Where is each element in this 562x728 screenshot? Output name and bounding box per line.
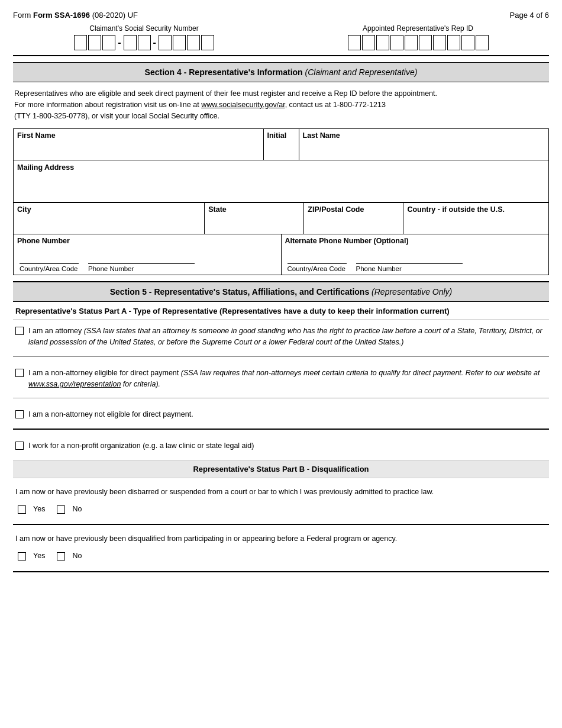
info-text-1: Representatives who are eligible and see… bbox=[14, 89, 437, 98]
ssn-boxes: - - bbox=[74, 35, 214, 50]
city-cell: City bbox=[14, 203, 205, 234]
ssn-group: Claimant's Social Security Number - - bbox=[13, 24, 275, 50]
ssn-box-4[interactable] bbox=[124, 35, 137, 50]
name-row: First Name Initial Last Name bbox=[13, 128, 549, 160]
city-row: City State ZIP/Postal Code Country - if … bbox=[13, 202, 549, 234]
country-cell: Country - if outside the U.S. bbox=[403, 203, 548, 234]
phone-number-line[interactable] bbox=[88, 253, 195, 264]
non-attorney-no-direct-checkbox[interactable] bbox=[15, 410, 24, 418]
repid-box-7[interactable] bbox=[433, 35, 446, 50]
phone-country-area: Country/Area Code bbox=[20, 253, 79, 272]
non-attorney-direct-main: I am a non-attorney eligible for direct … bbox=[28, 369, 181, 377]
non-attorney-direct-checkbox[interactable] bbox=[15, 369, 24, 377]
phone-right: Alternate Phone Number (Optional) Countr… bbox=[282, 234, 549, 275]
attorney-checkbox[interactable] bbox=[15, 327, 24, 335]
first-name-cell: First Name bbox=[14, 129, 264, 160]
non-attorney-direct-text: I am a non-attorney eligible for direct … bbox=[28, 368, 547, 390]
disqualified-yes-no: Yes No bbox=[15, 548, 547, 568]
initial-cell: Initial bbox=[264, 129, 299, 160]
ssn-box-2[interactable] bbox=[88, 35, 101, 50]
city-label: City bbox=[17, 205, 201, 214]
non-profit-checkbox[interactable] bbox=[15, 442, 24, 450]
disqualified-yes-checkbox[interactable] bbox=[18, 552, 26, 561]
country-label: Country - if outside the U.S. bbox=[407, 205, 545, 214]
mailing-address-label: Mailing Address bbox=[14, 160, 548, 174]
repid-box-3[interactable] bbox=[376, 35, 389, 50]
repid-box-8[interactable] bbox=[447, 35, 460, 50]
ssn-box-7[interactable] bbox=[173, 35, 186, 50]
repid-boxes bbox=[348, 35, 489, 50]
disbar-section: I am now or have previously been disbarr… bbox=[13, 483, 549, 526]
last-name-cell: Last Name bbox=[299, 129, 549, 160]
repid-box-2[interactable] bbox=[362, 35, 375, 50]
disqualified-no-checkbox[interactable] bbox=[57, 552, 65, 561]
alt-phone-number-label: Phone Number bbox=[356, 265, 402, 272]
ssn-dash-1: - bbox=[117, 37, 122, 48]
form-id: Form SSA-1696 bbox=[33, 11, 90, 20]
ssn-box-9[interactable] bbox=[201, 35, 214, 50]
alt-phone-label: Alternate Phone Number (Optional) bbox=[285, 237, 545, 245]
section4-header: Section 4 - Representative's Information… bbox=[13, 62, 549, 82]
phone-label: Phone Number bbox=[17, 237, 277, 245]
disbar-yes-checkbox[interactable] bbox=[18, 505, 26, 514]
state-cell: State bbox=[205, 203, 304, 234]
repid-box-5[interactable] bbox=[405, 35, 418, 50]
info-text-2: For more information about registration … bbox=[14, 101, 201, 109]
form-title: Form Form SSA-1696 (08-2020) UF bbox=[13, 11, 138, 20]
ssa-link[interactable]: www.socialsecurity.gov/ar bbox=[201, 101, 285, 109]
initial-label: Initial bbox=[267, 131, 295, 140]
repid-box-9[interactable] bbox=[461, 35, 474, 50]
section4-title: Section 4 - Representative's Information bbox=[145, 67, 303, 77]
country-area-code-label: Country/Area Code bbox=[20, 265, 77, 272]
phone-inner-left: Country/Area Code Phone Number bbox=[17, 253, 277, 272]
repid-group: Appointed Representative's Rep ID bbox=[287, 24, 549, 50]
info-paragraph: Representatives who are eligible and see… bbox=[13, 88, 549, 121]
non-attorney-no-direct-text: I am a non-attorney not eligible for dir… bbox=[28, 409, 193, 420]
alt-phone-number-line[interactable] bbox=[356, 253, 463, 264]
form-date: (08-2020) UF bbox=[92, 11, 138, 20]
phone-inner-right: Country/Area Code Phone Number bbox=[285, 253, 545, 272]
non-profit-text: I work for a non-profit organization (e.… bbox=[28, 440, 254, 452]
repid-box-4[interactable] bbox=[390, 35, 403, 50]
alt-country-area-code-label: Country/Area Code bbox=[288, 265, 345, 272]
disbar-no-label: No bbox=[72, 504, 82, 515]
phone-left: Phone Number Country/Area Code Phone Num… bbox=[14, 234, 282, 275]
ssn-box-6[interactable] bbox=[159, 35, 172, 50]
repid-box-10[interactable] bbox=[476, 35, 489, 50]
ssn-box-8[interactable] bbox=[187, 35, 200, 50]
zip-label: ZIP/Postal Code bbox=[308, 205, 399, 214]
disbar-text: I am now or have previously been disbarr… bbox=[15, 487, 547, 498]
section5-header: Section 5 - Representative's Status, Aff… bbox=[13, 281, 549, 302]
ssa-rep-link[interactable]: www.ssa.gov/representation bbox=[28, 380, 121, 388]
ssn-box-5[interactable] bbox=[138, 35, 151, 50]
repid-box-6[interactable] bbox=[419, 35, 432, 50]
thick-divider-1 bbox=[13, 429, 549, 430]
phone-number-label: Phone Number bbox=[88, 265, 134, 272]
zip-cell: ZIP/Postal Code bbox=[304, 203, 403, 234]
repid-box-1[interactable] bbox=[348, 35, 361, 50]
id-section: Claimant's Social Security Number - - Ap… bbox=[13, 24, 549, 56]
disbar-yes-label: Yes bbox=[33, 504, 45, 515]
address-input-area[interactable] bbox=[14, 174, 548, 202]
phone-country-line[interactable] bbox=[20, 253, 79, 264]
phone-row: Phone Number Country/Area Code Phone Num… bbox=[13, 234, 549, 275]
mailing-address-section: Mailing Address bbox=[13, 160, 549, 202]
non-attorney-direct-row: I am a non-attorney eligible for direct … bbox=[13, 362, 549, 394]
repid-label: Appointed Representative's Rep ID bbox=[363, 24, 473, 33]
ssn-box-3[interactable] bbox=[102, 35, 115, 50]
attorney-text: I am an attorney (SSA law states that an… bbox=[28, 326, 547, 348]
first-name-label: First Name bbox=[17, 131, 260, 140]
divider-2 bbox=[13, 398, 549, 398]
alt-phone-number-sub: Phone Number bbox=[356, 253, 463, 272]
alt-phone-country-line[interactable] bbox=[288, 253, 347, 264]
disqualified-text: I am now or have previously been disqual… bbox=[15, 533, 547, 545]
info-text-4: (TTY 1-800-325-0778), or visit your loca… bbox=[14, 112, 219, 120]
disbar-no-checkbox[interactable] bbox=[57, 505, 65, 514]
alt-phone-country-area: Country/Area Code bbox=[288, 253, 347, 272]
disqualified-yes-label: Yes bbox=[33, 550, 45, 562]
attorney-text-italic: (SSA law states that an attorney is some… bbox=[28, 327, 542, 346]
attorney-checkbox-row: I am an attorney (SSA law states that an… bbox=[13, 320, 549, 352]
disqualified-no-label: No bbox=[72, 550, 82, 562]
non-profit-row: I work for a non-profit organization (e.… bbox=[13, 434, 549, 455]
ssn-box-1[interactable] bbox=[74, 35, 87, 50]
